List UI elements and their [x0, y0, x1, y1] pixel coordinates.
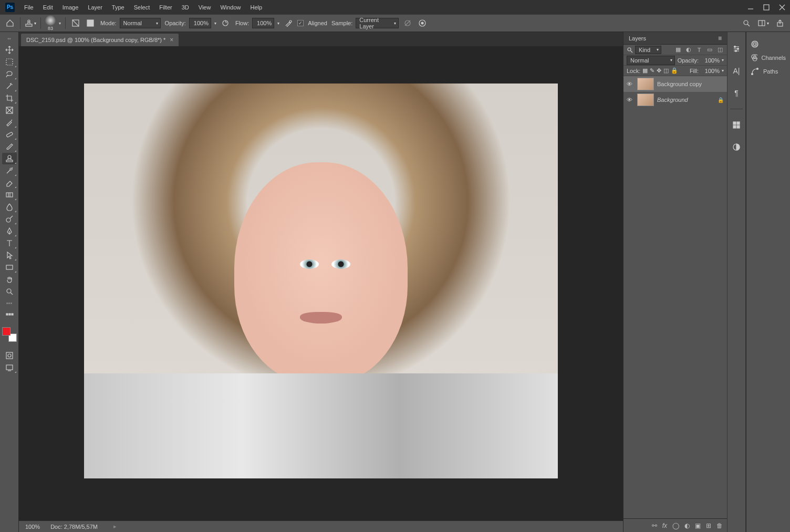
quick-selection-tool[interactable] — [2, 80, 17, 92]
fill-dropdown-icon[interactable]: ▾ — [722, 68, 724, 73]
document-tab[interactable]: DSC_2159.psd @ 100% (Background copy, RG… — [21, 34, 179, 46]
share-button[interactable] — [774, 17, 786, 29]
layer-thumbnail[interactable] — [637, 78, 654, 90]
doc-info[interactable]: Doc: 2,78M/5,57M — [50, 524, 98, 530]
quick-mask-button[interactable] — [2, 350, 17, 361]
color-panel-button[interactable] — [746, 37, 790, 51]
edit-toolbar[interactable] — [2, 309, 17, 320]
toolbar-grip[interactable]: •• — [7, 36, 11, 41]
airbrush-button[interactable] — [283, 17, 294, 29]
filter-shape-icon[interactable]: ▭ — [706, 46, 713, 54]
layer-opacity-input[interactable] — [701, 57, 720, 64]
zoom-tool[interactable] — [2, 286, 17, 297]
blend-mode-select[interactable]: Normal — [120, 18, 161, 28]
menu-type[interactable]: Type — [108, 2, 129, 13]
gradient-tool[interactable] — [2, 189, 17, 201]
visibility-toggle[interactable]: 👁 — [627, 97, 634, 103]
menu-filter[interactable]: Filter — [155, 2, 176, 13]
layer-name[interactable]: Background — [657, 97, 688, 103]
menu-3d[interactable]: 3D — [178, 2, 193, 13]
brush-dropdown-icon[interactable]: ▾ — [59, 21, 61, 26]
lock-all-icon[interactable]: 🔒 — [671, 67, 678, 74]
lock-brush-icon[interactable]: ✎ — [650, 67, 654, 74]
history-brush-tool[interactable] — [2, 165, 17, 176]
pen-tool[interactable] — [2, 225, 17, 237]
filter-smart-icon[interactable]: ◫ — [716, 46, 724, 54]
home-button[interactable] — [4, 17, 16, 29]
minimize-button[interactable] — [743, 0, 758, 14]
canvas-area[interactable] — [19, 46, 623, 520]
character-panel-icon[interactable]: A| — [730, 65, 743, 77]
layer-thumbnail[interactable] — [637, 93, 654, 106]
eraser-tool[interactable] — [2, 177, 17, 189]
layer-blend-mode-select[interactable]: Normal — [627, 56, 675, 65]
filter-kind-select[interactable]: Kind — [635, 46, 661, 54]
lock-transparency-icon[interactable]: ▦ — [642, 67, 648, 74]
menu-view[interactable]: View — [194, 2, 215, 13]
menu-edit[interactable]: Edit — [39, 2, 57, 13]
crop-tool[interactable] — [2, 92, 17, 104]
type-tool[interactable] — [2, 237, 17, 249]
link-layers-button[interactable]: ⚯ — [652, 522, 657, 529]
foreground-color[interactable] — [2, 327, 11, 336]
lock-position-icon[interactable]: ✥ — [657, 67, 661, 74]
ignore-adjustment-button[interactable] — [402, 17, 413, 29]
menu-layer[interactable]: Layer — [84, 2, 107, 13]
rectangle-tool[interactable] — [2, 262, 17, 273]
delete-layer-button[interactable]: 🗑 — [716, 522, 723, 529]
clone-stamp-tool[interactable] — [2, 153, 17, 164]
menu-window[interactable]: Window — [216, 2, 245, 13]
lock-artboard-icon[interactable]: ◫ — [663, 67, 669, 74]
layer-mask-button[interactable]: ◯ — [672, 522, 679, 529]
toolbar-more[interactable]: ••• — [6, 300, 13, 306]
screen-mode-button[interactable] — [2, 362, 17, 373]
filter-type-icon[interactable]: T — [695, 46, 703, 54]
close-button[interactable] — [774, 0, 790, 14]
filter-adjustment-icon[interactable]: ◐ — [685, 46, 692, 54]
dodge-tool[interactable] — [2, 213, 17, 225]
brush-preset-picker[interactable]: 83 — [45, 15, 56, 31]
opacity-dropdown-icon[interactable]: ▾ — [214, 21, 216, 26]
canvas[interactable] — [84, 84, 558, 478]
properties-panel-icon[interactable] — [730, 43, 743, 55]
layer-item[interactable]: 👁 Background copy — [623, 76, 727, 92]
lasso-tool[interactable] — [2, 68, 17, 80]
status-more-icon[interactable]: ▸ — [113, 523, 117, 530]
opacity-input[interactable]: 100% — [189, 18, 211, 28]
pressure-opacity-button[interactable] — [220, 17, 231, 29]
layers-panel-tab[interactable]: Layers ≡ — [623, 32, 727, 45]
eyedropper-tool[interactable] — [2, 117, 17, 128]
frame-tool[interactable] — [2, 105, 17, 116]
search-button[interactable] — [741, 17, 752, 29]
opacity-dropdown-icon[interactable]: ▾ — [722, 58, 724, 62]
brush-tool[interactable] — [2, 141, 17, 152]
adjustments-panel-icon[interactable] — [730, 141, 743, 153]
fill-input[interactable] — [701, 68, 720, 74]
brush-panel-toggle[interactable] — [70, 17, 81, 29]
layer-name[interactable]: Background copy — [657, 81, 702, 87]
path-selection-tool[interactable] — [2, 249, 17, 261]
healing-brush-tool[interactable] — [2, 129, 17, 140]
marquee-tool[interactable] — [2, 56, 17, 68]
layer-style-button[interactable]: fx — [662, 522, 667, 529]
panel-menu-icon[interactable]: ≡ — [718, 35, 722, 42]
tab-close-button[interactable]: × — [170, 36, 173, 44]
hand-tool[interactable] — [2, 274, 17, 285]
flow-input[interactable]: 100% — [252, 18, 274, 28]
menu-image[interactable]: Image — [58, 2, 83, 13]
move-tool[interactable] — [2, 44, 17, 56]
layer-item[interactable]: 👁 Background 🔒 — [623, 92, 727, 108]
menu-select[interactable]: Select — [130, 2, 154, 13]
aligned-checkbox[interactable] — [297, 20, 304, 26]
channels-panel-button[interactable]: Channels — [746, 51, 790, 65]
group-button[interactable]: ▣ — [695, 522, 701, 529]
filter-pixel-icon[interactable]: ▦ — [674, 46, 682, 54]
blur-tool[interactable] — [2, 201, 17, 213]
menu-help[interactable]: Help — [246, 2, 267, 13]
maximize-button[interactable] — [758, 0, 774, 14]
adjustment-layer-button[interactable]: ◐ — [684, 522, 690, 529]
app-logo[interactable]: Ps — [5, 3, 15, 12]
pressure-size-button[interactable] — [417, 17, 428, 29]
new-layer-button[interactable]: ⊞ — [706, 522, 711, 529]
paragraph-panel-icon[interactable]: ¶ — [730, 87, 743, 99]
